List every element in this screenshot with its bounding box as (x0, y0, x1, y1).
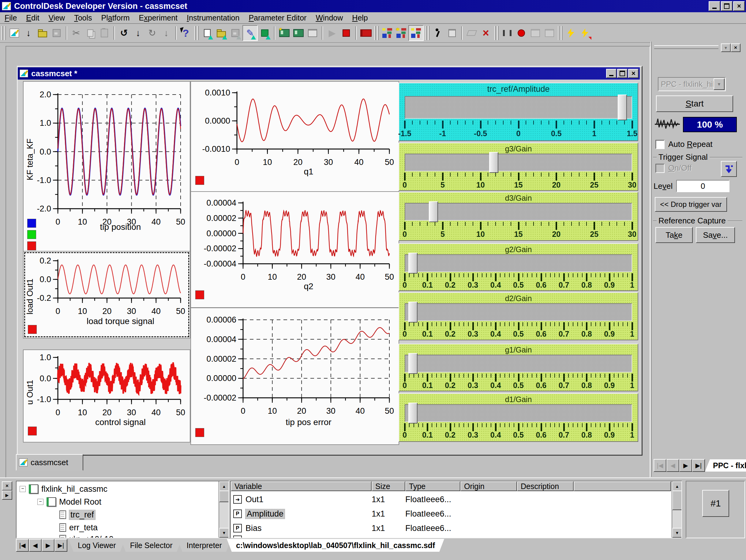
board-settings-button[interactable] (306, 26, 320, 40)
download-application-button[interactable] (291, 26, 306, 40)
capture-viewer-button[interactable] (542, 26, 556, 40)
next-tab-button[interactable]: ▶ (41, 539, 55, 552)
slider-track[interactable] (405, 96, 632, 119)
save-reference-button[interactable]: Save... (696, 227, 735, 243)
layout-close-button[interactable]: × (628, 69, 638, 78)
slider-thumb[interactable] (408, 403, 418, 423)
menu-platform[interactable]: Platform (97, 13, 134, 22)
minimize-button[interactable] (709, 1, 720, 11)
table-scrollbar[interactable]: ▲ ▼ (671, 481, 681, 538)
chevron-down-icon[interactable]: ▼ (714, 78, 724, 90)
panel-expand-button[interactable]: ▶ (2, 491, 12, 500)
copy-button[interactable] (83, 26, 97, 40)
menu-view[interactable]: View (44, 13, 69, 22)
slider-thumb[interactable] (408, 302, 418, 323)
table-row[interactable]: P Bias 1x1 FloatIeee6... (231, 521, 671, 535)
auto-repeat-checkbox[interactable] (655, 140, 665, 149)
layout-maximize-button[interactable] (617, 69, 628, 78)
edit-layout-button[interactable] (7, 26, 22, 40)
tab-cassmcset[interactable]: cassmcset (16, 454, 83, 471)
take-button[interactable]: Take (655, 227, 693, 243)
menu-experiment[interactable]: Experiment (134, 13, 182, 22)
scroll-up-icon[interactable]: ▲ (672, 481, 682, 491)
prev-tab-button[interactable]: ◀ (29, 539, 41, 552)
dock-grip[interactable] (654, 45, 718, 49)
level-input[interactable]: 0 (676, 180, 729, 192)
column-size[interactable]: Size (372, 481, 405, 491)
dock-collapse-button[interactable]: ▼ (721, 43, 731, 52)
column-description[interactable]: Description (517, 481, 574, 491)
column-origin[interactable]: Origin (460, 481, 517, 491)
download-variables-button[interactable]: ↓ (22, 26, 35, 40)
slider-track[interactable] (405, 203, 632, 220)
scroll-down-icon[interactable]: ▼ (672, 528, 682, 538)
plot-tip-pos-error[interactable]: 0.000060.000040.000020.00000-0.000020102… (191, 307, 399, 445)
column-type[interactable]: Type (405, 481, 460, 491)
tab-ppc-platform[interactable]: PPC - flxli (705, 459, 746, 472)
start-button[interactable]: Start (656, 95, 733, 112)
drop-trigger-button[interactable]: << Drop trigger var (655, 197, 727, 212)
toolbar-handle[interactable] (494, 26, 499, 40)
test-mode-button[interactable]: ✎ (242, 25, 258, 41)
slider-thumb[interactable] (429, 201, 438, 222)
scroll-down-icon[interactable]: ▼ (219, 528, 229, 538)
scroll-up-icon[interactable]: ▲ (219, 481, 229, 491)
toolbar-handle[interactable] (425, 26, 429, 40)
collapse-icon[interactable]: − (20, 486, 26, 492)
edit-mode-button[interactable] (380, 26, 394, 40)
instrument-kit-button[interactable] (258, 26, 272, 40)
plot-q2[interactable]: 0.000040.000020.00000-0.00002-0.00004010… (191, 191, 399, 308)
toolbar-handle[interactable] (2, 26, 6, 40)
tab-file-selector[interactable]: File Selector (121, 539, 182, 552)
save-experiment-button[interactable] (228, 26, 242, 40)
script-manager-button[interactable] (445, 26, 459, 40)
run-script-button[interactable] (431, 26, 445, 40)
toolbar-handle[interactable] (194, 26, 199, 40)
tab-log-viewer[interactable]: Log Viewer (68, 539, 125, 552)
slider-thumb[interactable] (408, 253, 418, 273)
menu-help[interactable]: Help (347, 13, 372, 22)
panel-close-button[interactable]: × (2, 481, 12, 491)
slider-thumb[interactable] (618, 94, 627, 120)
plot-q1[interactable]: 0.00100.0000-0.001001020304050 q1 (191, 81, 399, 192)
save-button[interactable] (50, 26, 64, 40)
open-experiment-button[interactable] (214, 26, 228, 40)
restore-button[interactable] (721, 1, 733, 11)
paste-button[interactable] (97, 26, 111, 40)
prev-tab-button[interactable]: ◀ (666, 459, 679, 472)
table-row[interactable]: ➜ Out1 1x1 FloatIeee6... (231, 492, 671, 506)
log-viewer-button[interactable] (359, 26, 373, 40)
menu-parameter-editor[interactable]: Parameter Editor (244, 13, 311, 22)
record-button[interactable] (514, 26, 528, 40)
build-button[interactable]: ✶ (277, 26, 291, 40)
last-tab-button[interactable]: ▶| (55, 539, 67, 552)
tree-item-u-sat[interactable]: u\n_+10/-10 (59, 533, 114, 538)
scrollbar-thumb[interactable] (219, 491, 229, 502)
slider-track[interactable] (405, 404, 632, 422)
slider-thumb[interactable] (408, 353, 418, 374)
slider-track[interactable] (405, 254, 632, 272)
trigger-select-button[interactable] (721, 161, 737, 177)
slider-thumb[interactable] (489, 152, 498, 173)
menu-window[interactable]: Window (311, 13, 347, 22)
scrollbar-thumb[interactable] (672, 491, 682, 510)
first-tab-button[interactable]: |◀ (16, 539, 29, 552)
slider-track[interactable] (405, 154, 632, 171)
close-button[interactable]: × (733, 1, 745, 11)
platform-select[interactable]: PPC - flxlink_hil ▼ (658, 77, 726, 91)
menu-tools[interactable]: Tools (69, 13, 96, 22)
quick-apply-button[interactable] (578, 26, 592, 40)
undo-button[interactable]: ↺ (117, 26, 131, 40)
quick-edit-button[interactable] (564, 26, 578, 40)
first-tab-button[interactable]: |◀ (654, 459, 666, 472)
page-1-button[interactable]: #1 (702, 490, 729, 517)
erase-button[interactable] (465, 26, 479, 40)
start-simulation-button[interactable]: ▶ (325, 26, 339, 40)
next-tab-button[interactable]: ▶ (679, 459, 692, 472)
toolbar-handle[interactable] (558, 26, 562, 40)
column-variable[interactable]: Variable (231, 481, 372, 491)
layout-window-titlebar[interactable]: cassmcset * × (18, 67, 640, 80)
plot-load-torque[interactable]: load Out1 0.20.0-0.201020304050 load tor… (23, 251, 191, 338)
table-row-partial[interactable]: P (233, 535, 673, 538)
onoff-checkbox[interactable] (655, 164, 665, 173)
